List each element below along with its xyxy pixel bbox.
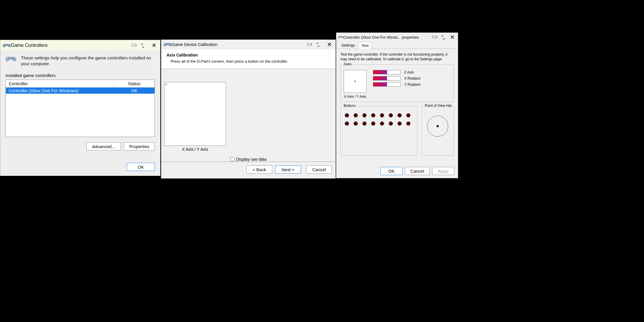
tab-test[interactable]: Test bbox=[358, 42, 372, 49]
battery-icon bbox=[132, 43, 137, 47]
next-button[interactable]: Next > bbox=[275, 165, 301, 174]
controllers-listbox[interactable]: Controller Status Controller (Xbox One F… bbox=[6, 80, 155, 137]
battery-icon bbox=[432, 35, 438, 39]
cancel-button[interactable]: Cancel bbox=[306, 165, 332, 174]
button-led bbox=[389, 121, 393, 126]
advanced-button[interactable]: Advanced... bbox=[86, 142, 121, 150]
button-led bbox=[406, 113, 410, 117]
button-led bbox=[345, 113, 349, 117]
button-led bbox=[380, 121, 384, 126]
installed-controllers-label: Installed game controllers bbox=[6, 73, 155, 78]
game-controllers-dialog: Game Controllers ✕ These settings help y… bbox=[0, 40, 160, 176]
close-icon[interactable]: ✕ bbox=[449, 34, 456, 41]
axis-bar-label: Z Axis bbox=[404, 70, 414, 74]
cancel-button[interactable]: Cancel bbox=[405, 167, 430, 175]
display-raw-data-row[interactable]: Display raw data bbox=[161, 157, 335, 162]
controller-properties-dialog: Controller (Xbox One For Windo... proper… bbox=[336, 32, 458, 178]
dialog-title: Controller (Xbox One For Windo... proper… bbox=[343, 35, 432, 40]
titlebar-extra-icons bbox=[432, 35, 446, 39]
column-status[interactable]: Status bbox=[114, 80, 155, 87]
axis-bar-row: X Rotation bbox=[373, 76, 421, 80]
svg-rect-4 bbox=[307, 43, 311, 45]
pov-hat-indicator[interactable] bbox=[427, 116, 448, 137]
ok-button[interactable]: OK bbox=[380, 167, 402, 175]
list-item-status: OK bbox=[114, 88, 155, 94]
button-led bbox=[371, 121, 375, 126]
svg-rect-0 bbox=[132, 44, 136, 46]
axis-bar[interactable] bbox=[373, 82, 401, 87]
game-device-calibration-dialog: Game Device Calibration ✕ Axis Calibrati… bbox=[161, 40, 336, 179]
dialog-title: Game Device Calibration bbox=[172, 42, 307, 47]
axis-xy-label: X Axis / Y Axis bbox=[164, 147, 226, 152]
dialog-title: Game Controllers bbox=[11, 43, 132, 48]
pov-dot-icon bbox=[436, 125, 439, 127]
close-icon[interactable]: ✕ bbox=[326, 41, 333, 48]
axis-xy-box[interactable]: + bbox=[344, 70, 366, 93]
svg-rect-1 bbox=[136, 44, 136, 46]
back-button[interactable]: < Back bbox=[246, 165, 272, 174]
axis-bar[interactable] bbox=[373, 70, 401, 74]
titlebar[interactable]: Game Controllers ✕ bbox=[0, 40, 160, 51]
svg-point-3 bbox=[12, 58, 13, 59]
titlebar-extra-icons bbox=[132, 43, 145, 47]
display-raw-data-checkbox[interactable] bbox=[230, 157, 234, 161]
properties-button[interactable]: Properties bbox=[124, 142, 155, 150]
axes-groupbox: Axes + X Axis / Y Axis Z AxisX RotationY… bbox=[340, 64, 454, 102]
axis-bar-label: Y Rotation bbox=[404, 83, 421, 87]
axis-bar[interactable] bbox=[373, 76, 401, 80]
button-led bbox=[406, 121, 410, 126]
axis-bar-row: Z Axis bbox=[373, 70, 421, 74]
arrows-icon bbox=[441, 35, 446, 39]
axis-xy-label: X Axis / Y Axis bbox=[344, 95, 366, 99]
section-title: Axis Calibration bbox=[167, 53, 330, 57]
svg-rect-7 bbox=[436, 36, 437, 37]
axis-bar-label: X Rotation bbox=[404, 76, 421, 80]
list-header: Controller Status bbox=[6, 80, 155, 88]
titlebar-extra-icons bbox=[307, 42, 321, 47]
axis-bar-row: Y Rotation bbox=[373, 82, 421, 87]
pov-legend: Point of View Hat bbox=[424, 104, 453, 108]
button-led bbox=[398, 121, 402, 126]
calibration-canvas-area: + X Axis / Y Axis Display raw data bbox=[161, 69, 335, 162]
gamepad-icon bbox=[338, 35, 343, 39]
tab-panel-test: Test the game controller. If the control… bbox=[336, 49, 458, 163]
tab-settings[interactable]: Settings bbox=[338, 42, 358, 49]
button-led bbox=[354, 121, 358, 126]
buttons-groupbox: Buttons bbox=[340, 106, 417, 156]
gamepad-large-icon bbox=[6, 55, 16, 64]
ok-button[interactable]: OK bbox=[127, 163, 155, 171]
axis-xy-box[interactable]: + bbox=[164, 82, 226, 146]
intro-text: These settings help you configure the ga… bbox=[21, 55, 155, 66]
button-led bbox=[362, 121, 366, 126]
column-controller[interactable]: Controller bbox=[6, 80, 114, 87]
axes-legend: Axes bbox=[342, 62, 353, 66]
gamepad-icon bbox=[164, 42, 172, 47]
crosshair-icon: + bbox=[354, 79, 356, 83]
button-led bbox=[345, 121, 349, 126]
list-item[interactable]: Controller (Xbox One For Windows) OK bbox=[6, 88, 155, 94]
button-led bbox=[398, 113, 402, 117]
arrows-icon bbox=[140, 43, 145, 47]
svg-point-2 bbox=[9, 58, 10, 59]
svg-rect-6 bbox=[433, 36, 436, 38]
list-item-name: Controller (Xbox One For Windows) bbox=[6, 88, 114, 94]
titlebar[interactable]: Game Device Calibration ✕ bbox=[161, 40, 335, 49]
button-led bbox=[362, 113, 366, 117]
crosshair-icon: + bbox=[165, 82, 167, 86]
dialog-footer: OK Cancel Apply bbox=[336, 163, 458, 179]
arrows-icon bbox=[315, 42, 321, 47]
close-icon[interactable]: ✕ bbox=[150, 42, 158, 49]
gamepad-icon bbox=[3, 42, 11, 48]
titlebar[interactable]: Controller (Xbox One For Windo... proper… bbox=[336, 33, 458, 42]
wizard-footer: < Back Next > Cancel bbox=[161, 162, 335, 177]
display-raw-data-label: Display raw data bbox=[236, 157, 267, 162]
button-led bbox=[354, 113, 358, 117]
button-led bbox=[380, 113, 384, 117]
pov-groupbox: Point of View Hat bbox=[422, 106, 454, 156]
test-instructions: Test the game controller. If the control… bbox=[340, 52, 454, 61]
apply-button[interactable]: Apply bbox=[432, 167, 454, 175]
buttons-legend: Buttons bbox=[342, 104, 357, 108]
section-description: Press all of the D-Pad's corners, then p… bbox=[171, 59, 330, 64]
button-led bbox=[389, 113, 393, 117]
tab-strip: Settings Test bbox=[336, 42, 458, 49]
